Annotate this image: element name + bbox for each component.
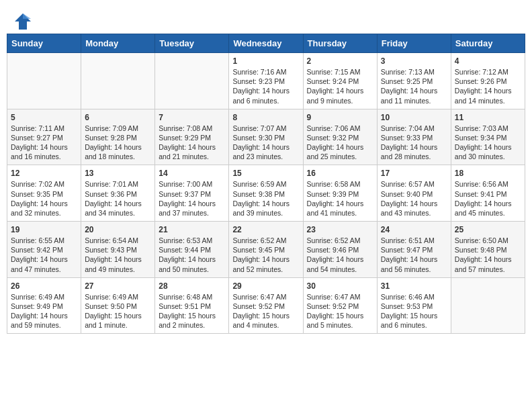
calendar-cell: 29Sunrise: 6:47 AM Sunset: 9:52 PM Dayli… — [229, 277, 303, 334]
cell-content: Sunrise: 7:11 AM Sunset: 9:27 PM Dayligh… — [11, 124, 77, 162]
logo — [13, 12, 34, 31]
cell-content: Sunrise: 6:56 AM Sunset: 9:41 PM Dayligh… — [455, 179, 521, 218]
day-number: 24 — [381, 225, 447, 234]
calendar-cell: 24Sunrise: 6:51 AM Sunset: 9:47 PM Dayli… — [377, 222, 451, 278]
calendar-cell: 3Sunrise: 7:13 AM Sunset: 9:25 PM Daylig… — [377, 53, 451, 109]
day-number: 25 — [455, 225, 521, 234]
calendar-cell: 27Sunrise: 6:49 AM Sunset: 9:50 PM Dayli… — [81, 277, 155, 334]
cell-content: Sunrise: 6:46 AM Sunset: 9:53 PM Dayligh… — [381, 292, 447, 330]
calendar-cell: 23Sunrise: 6:52 AM Sunset: 9:46 PM Dayli… — [303, 222, 377, 278]
cell-content: Sunrise: 6:48 AM Sunset: 9:51 PM Dayligh… — [159, 292, 225, 330]
calendar-cell — [155, 53, 229, 109]
cell-content: Sunrise: 6:49 AM Sunset: 9:49 PM Dayligh… — [11, 292, 77, 330]
day-number: 23 — [307, 225, 373, 234]
calendar-cell: 31Sunrise: 6:46 AM Sunset: 9:53 PM Dayli… — [377, 277, 451, 334]
day-number: 3 — [381, 56, 447, 66]
cell-content: Sunrise: 6:52 AM Sunset: 9:45 PM Dayligh… — [232, 236, 299, 274]
calendar-cell: 4Sunrise: 7:12 AM Sunset: 9:26 PM Daylig… — [451, 53, 525, 109]
cell-content: Sunrise: 7:01 AM Sunset: 9:36 PM Dayligh… — [85, 179, 151, 218]
day-number: 27 — [85, 281, 151, 291]
calendar-week-5: 26Sunrise: 6:49 AM Sunset: 9:49 PM Dayli… — [7, 277, 525, 334]
day-number: 9 — [307, 113, 373, 122]
cell-content: Sunrise: 7:06 AM Sunset: 9:32 PM Dayligh… — [307, 124, 373, 162]
day-number: 18 — [455, 169, 521, 178]
weekday-header-wednesday: Wednesday — [229, 34, 303, 53]
calendar-week-1: 1Sunrise: 7:16 AM Sunset: 9:23 PM Daylig… — [7, 53, 525, 109]
cell-content: Sunrise: 7:16 AM Sunset: 9:23 PM Dayligh… — [232, 67, 299, 105]
calendar-cell: 22Sunrise: 6:52 AM Sunset: 9:45 PM Dayli… — [229, 222, 303, 278]
calendar-cell: 19Sunrise: 6:55 AM Sunset: 9:42 PM Dayli… — [7, 222, 81, 278]
day-number: 10 — [381, 113, 447, 122]
calendar-body: 1Sunrise: 7:16 AM Sunset: 9:23 PM Daylig… — [7, 53, 525, 334]
calendar-cell: 13Sunrise: 7:01 AM Sunset: 9:36 PM Dayli… — [81, 165, 155, 222]
calendar-cell: 7Sunrise: 7:08 AM Sunset: 9:29 PM Daylig… — [155, 109, 229, 165]
day-number: 19 — [11, 225, 77, 234]
day-number: 4 — [455, 56, 521, 66]
calendar-cell: 8Sunrise: 7:07 AM Sunset: 9:30 PM Daylig… — [229, 109, 303, 165]
calendar-cell — [81, 53, 155, 109]
day-number: 5 — [11, 113, 77, 122]
weekday-header-sunday: Sunday — [7, 34, 81, 53]
day-number: 31 — [381, 281, 447, 291]
day-number: 16 — [307, 169, 373, 178]
calendar-week-4: 19Sunrise: 6:55 AM Sunset: 9:42 PM Dayli… — [7, 222, 525, 278]
cell-content: Sunrise: 6:47 AM Sunset: 9:52 PM Dayligh… — [232, 292, 299, 330]
svg-marker-1 — [23, 13, 31, 19]
day-number: 7 — [159, 113, 225, 122]
day-number: 15 — [232, 169, 299, 178]
cell-content: Sunrise: 7:03 AM Sunset: 9:34 PM Dayligh… — [455, 124, 521, 162]
calendar-cell: 25Sunrise: 6:50 AM Sunset: 9:48 PM Dayli… — [451, 222, 525, 278]
weekday-header-monday: Monday — [81, 34, 155, 53]
day-number: 17 — [381, 169, 447, 178]
calendar-cell: 18Sunrise: 6:56 AM Sunset: 9:41 PM Dayli… — [451, 165, 525, 222]
cell-content: Sunrise: 7:04 AM Sunset: 9:33 PM Dayligh… — [381, 124, 447, 162]
day-number: 2 — [307, 56, 373, 66]
calendar-cell: 28Sunrise: 6:48 AM Sunset: 9:51 PM Dayli… — [155, 277, 229, 334]
day-number: 12 — [11, 169, 77, 178]
cell-content: Sunrise: 6:53 AM Sunset: 9:44 PM Dayligh… — [159, 236, 225, 274]
calendar-cell: 16Sunrise: 6:58 AM Sunset: 9:39 PM Dayli… — [303, 165, 377, 222]
day-number: 21 — [159, 225, 225, 234]
cell-content: Sunrise: 7:00 AM Sunset: 9:37 PM Dayligh… — [159, 179, 225, 218]
calendar-cell: 2Sunrise: 7:15 AM Sunset: 9:24 PM Daylig… — [303, 53, 377, 109]
calendar-cell: 1Sunrise: 7:16 AM Sunset: 9:23 PM Daylig… — [229, 53, 303, 109]
cell-content: Sunrise: 6:52 AM Sunset: 9:46 PM Dayligh… — [307, 236, 373, 274]
cell-content: Sunrise: 6:55 AM Sunset: 9:42 PM Dayligh… — [11, 236, 77, 274]
calendar-cell: 5Sunrise: 7:11 AM Sunset: 9:27 PM Daylig… — [7, 109, 81, 165]
day-number: 11 — [455, 113, 521, 122]
weekday-header-row: SundayMondayTuesdayWednesdayThursdayFrid… — [7, 34, 525, 53]
cell-content: Sunrise: 6:49 AM Sunset: 9:50 PM Dayligh… — [85, 292, 151, 330]
weekday-header-saturday: Saturday — [451, 34, 525, 53]
day-number: 20 — [85, 225, 151, 234]
cell-content: Sunrise: 6:59 AM Sunset: 9:38 PM Dayligh… — [232, 179, 299, 218]
calendar-cell: 9Sunrise: 7:06 AM Sunset: 9:32 PM Daylig… — [303, 109, 377, 165]
calendar-cell: 12Sunrise: 7:02 AM Sunset: 9:35 PM Dayli… — [7, 165, 81, 222]
cell-content: Sunrise: 7:15 AM Sunset: 9:24 PM Dayligh… — [307, 67, 373, 105]
cell-content: Sunrise: 7:13 AM Sunset: 9:25 PM Dayligh… — [381, 67, 447, 105]
cell-content: Sunrise: 7:12 AM Sunset: 9:26 PM Dayligh… — [455, 67, 521, 105]
cell-content: Sunrise: 7:09 AM Sunset: 9:28 PM Dayligh… — [85, 124, 151, 162]
weekday-header-tuesday: Tuesday — [155, 34, 229, 53]
calendar-cell: 11Sunrise: 7:03 AM Sunset: 9:34 PM Dayli… — [451, 109, 525, 165]
calendar-cell — [7, 53, 81, 109]
day-number: 22 — [232, 225, 299, 234]
day-number: 26 — [11, 281, 77, 291]
calendar-cell: 10Sunrise: 7:04 AM Sunset: 9:33 PM Dayli… — [377, 109, 451, 165]
day-number: 8 — [232, 113, 299, 122]
cell-content: Sunrise: 6:51 AM Sunset: 9:47 PM Dayligh… — [381, 236, 447, 274]
day-number: 28 — [159, 281, 225, 291]
calendar-cell: 30Sunrise: 6:47 AM Sunset: 9:52 PM Dayli… — [303, 277, 377, 334]
cell-content: Sunrise: 6:47 AM Sunset: 9:52 PM Dayligh… — [307, 292, 373, 330]
calendar-week-2: 5Sunrise: 7:11 AM Sunset: 9:27 PM Daylig… — [7, 109, 525, 165]
day-number: 1 — [232, 56, 299, 66]
cell-content: Sunrise: 7:02 AM Sunset: 9:35 PM Dayligh… — [11, 179, 77, 218]
cell-content: Sunrise: 7:07 AM Sunset: 9:30 PM Dayligh… — [232, 124, 299, 162]
weekday-header-friday: Friday — [377, 34, 451, 53]
calendar-cell: 20Sunrise: 6:54 AM Sunset: 9:43 PM Dayli… — [81, 222, 155, 278]
page-header — [7, 7, 525, 34]
day-number: 29 — [232, 281, 299, 291]
calendar-cell: 26Sunrise: 6:49 AM Sunset: 9:49 PM Dayli… — [7, 277, 81, 334]
calendar-cell: 15Sunrise: 6:59 AM Sunset: 9:38 PM Dayli… — [229, 165, 303, 222]
calendar-cell: 6Sunrise: 7:09 AM Sunset: 9:28 PM Daylig… — [81, 109, 155, 165]
day-number: 13 — [85, 169, 151, 178]
